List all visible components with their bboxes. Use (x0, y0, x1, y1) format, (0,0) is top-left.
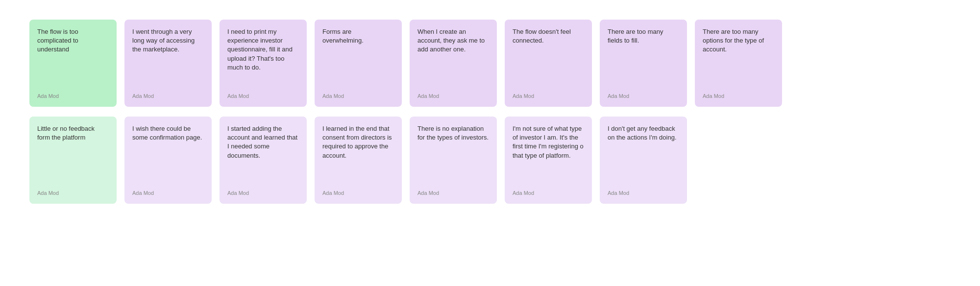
card-0-0[interactable]: The flow is too complicated to understan… (29, 20, 117, 107)
card-text-0-6: There are too many fields to fill. (608, 27, 679, 45)
card-text-0-5: The flow doesn't feel connected. (513, 27, 584, 45)
card-1-2[interactable]: I started adding the account and learned… (220, 117, 307, 204)
card-author-1-2: Ada Mod (227, 190, 249, 196)
card-author-0-3: Ada Mod (322, 93, 344, 99)
card-text-1-3: I learned in the end that consent from d… (322, 124, 394, 160)
card-author-1-3: Ada Mod (322, 190, 344, 196)
card-0-3[interactable]: Forms are overwhelming.Ada Mod (315, 20, 402, 107)
card-text-1-4: There is no explanation for the types of… (417, 124, 489, 142)
card-text-1-0: Little or no feedback form the platform (37, 124, 109, 142)
card-0-1[interactable]: I went through a very long way of access… (124, 20, 212, 107)
card-text-0-3: Forms are overwhelming. (322, 27, 394, 45)
row-0: The flow is too complicated to understan… (29, 20, 951, 107)
card-0-2[interactable]: I need to print my experience investor q… (220, 20, 307, 107)
card-1-4[interactable]: There is no explanation for the types of… (410, 117, 497, 204)
card-text-0-7: There are too many options for the type … (703, 27, 774, 54)
card-author-0-5: Ada Mod (513, 93, 534, 99)
card-text-0-0: The flow is too complicated to understan… (37, 27, 109, 54)
card-author-1-0: Ada Mod (37, 190, 59, 196)
card-0-7[interactable]: There are too many options for the type … (695, 20, 782, 107)
card-author-1-1: Ada Mod (132, 190, 154, 196)
row-1: Little or no feedback form the platformA… (29, 117, 951, 204)
card-author-0-4: Ada Mod (417, 93, 439, 99)
card-author-1-4: Ada Mod (417, 190, 439, 196)
card-text-1-1: I wish there could be some confirmation … (132, 124, 204, 142)
card-1-6[interactable]: I don't get any feedback on the actions … (600, 117, 687, 204)
card-1-3[interactable]: I learned in the end that consent from d… (315, 117, 402, 204)
card-author-0-2: Ada Mod (227, 93, 249, 99)
main-grid: The flow is too complicated to understan… (29, 20, 951, 204)
card-author-0-7: Ada Mod (703, 93, 724, 99)
card-author-1-6: Ada Mod (608, 190, 629, 196)
card-1-5[interactable]: I'm not sure of what type of investor I … (505, 117, 592, 204)
card-text-0-1: I went through a very long way of access… (132, 27, 204, 54)
card-1-1[interactable]: I wish there could be some confirmation … (124, 117, 212, 204)
card-0-6[interactable]: There are too many fields to fill.Ada Mo… (600, 20, 687, 107)
card-text-1-2: I started adding the account and learned… (227, 124, 299, 160)
card-author-0-6: Ada Mod (608, 93, 629, 99)
card-0-4[interactable]: When I create an account, they ask me to… (410, 20, 497, 107)
card-text-1-5: I'm not sure of what type of investor I … (513, 124, 584, 160)
card-0-5[interactable]: The flow doesn't feel connected.Ada Mod (505, 20, 592, 107)
card-text-0-4: When I create an account, they ask me to… (417, 27, 489, 54)
card-1-0[interactable]: Little or no feedback form the platformA… (29, 117, 117, 204)
card-text-1-6: I don't get any feedback on the actions … (608, 124, 679, 142)
card-text-0-2: I need to print my experience investor q… (227, 27, 299, 72)
card-author-0-0: Ada Mod (37, 93, 59, 99)
card-author-1-5: Ada Mod (513, 190, 534, 196)
card-author-0-1: Ada Mod (132, 93, 154, 99)
